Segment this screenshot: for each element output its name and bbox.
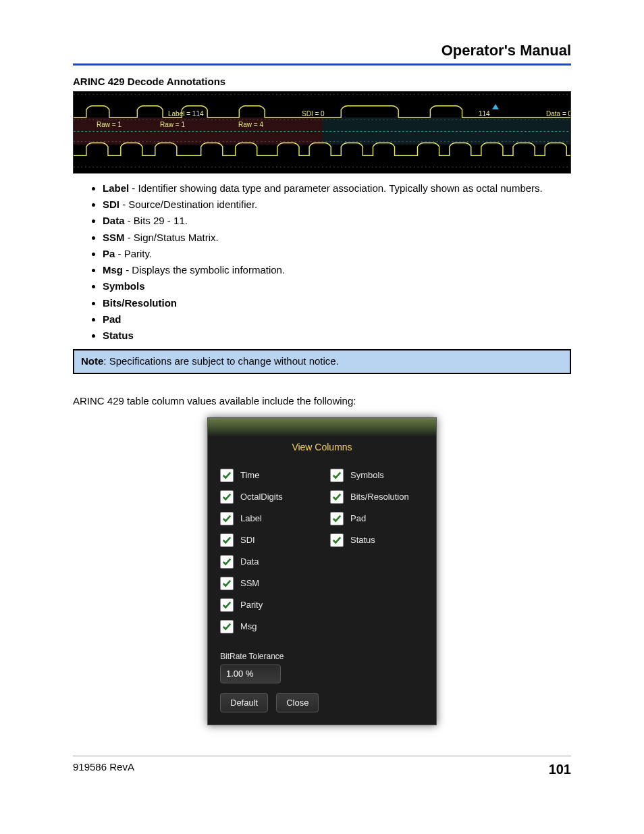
check-label: Label — [240, 513, 262, 525]
check-label: Status — [350, 534, 375, 546]
bitrate-label: BitRate Tolerance — [220, 651, 424, 662]
checkbox-sdi[interactable] — [220, 533, 234, 547]
list-item: Pad — [103, 313, 571, 326]
scope-label-data: Data = 0xd068 — [546, 109, 571, 119]
check-row-octaldigits: OctalDigits — [220, 490, 314, 504]
check-label: Pad — [350, 513, 366, 525]
bullet-list: Label - Identifier showing data type and… — [103, 182, 571, 343]
checkbox-data[interactable] — [220, 555, 234, 569]
check-row-status: Status — [330, 533, 424, 547]
close-button[interactable]: Close — [276, 693, 319, 713]
list-item: Label - Identifier showing data type and… — [103, 182, 571, 195]
note-text: : Specifications are subject to change w… — [103, 355, 339, 367]
check-label: Time — [240, 469, 259, 481]
dialog-title: View Columns — [208, 437, 436, 461]
checkbox-status[interactable] — [330, 533, 344, 547]
checkbox-label[interactable] — [220, 512, 234, 525]
check-row-data: Data — [220, 555, 314, 569]
page-number: 101 — [549, 760, 571, 779]
scope-label-sdi: SDI = 0 — [302, 109, 325, 119]
check-row-symbols: Symbols — [330, 469, 424, 482]
checkbox-symbols[interactable] — [330, 469, 344, 482]
check-label: Data — [240, 556, 259, 568]
check-label: OctalDigits — [240, 491, 283, 503]
waveform-svg — [74, 92, 570, 170]
scope-label-field: Label = 114 — [168, 109, 204, 119]
checkbox-parity[interactable] — [220, 598, 234, 612]
default-button[interactable]: Default — [220, 693, 268, 713]
header-rule — [73, 63, 571, 66]
checkbox-bitsres[interactable] — [330, 490, 344, 504]
check-row-bitsres: Bits/Resolution — [330, 490, 424, 504]
dialog-titlebar — [208, 418, 436, 437]
check-label: Msg — [240, 621, 257, 633]
check-label: Bits/Resolution — [350, 491, 409, 503]
list-item: Msg - Displays the symbolic information. — [103, 263, 571, 277]
note-box: Note: Specifications are subject to chan… — [73, 349, 571, 373]
check-row-parity: Parity — [220, 598, 314, 612]
section-title: ARINC 429 Decode Annotations — [73, 75, 571, 88]
check-row-label: Label — [220, 512, 314, 525]
waveform-screenshot: Label = 114 SDI = 0 114 Data = 0xd068 Ra… — [73, 91, 571, 174]
list-item: SDI - Source/Destination identifier. — [103, 198, 571, 211]
check-row-ssm: SSM — [220, 577, 314, 590]
list-item: Status — [103, 329, 571, 342]
check-row-sdi: SDI — [220, 533, 314, 547]
scope-label-raw1b: Raw = 1 — [160, 120, 185, 130]
checkbox-ssm[interactable] — [220, 577, 234, 590]
check-row-time: Time — [220, 469, 314, 482]
check-label: Symbols — [350, 469, 384, 481]
check-label: SDI — [240, 534, 255, 546]
view-columns-dialog: View Columns Time OctalDigits Label SDI — [207, 417, 437, 725]
footer-left: 919586 RevA — [73, 760, 134, 779]
list-item: Pa - Parity. — [103, 247, 571, 261]
note-prefix: Note — [81, 355, 103, 367]
dialog-left-column: Time OctalDigits Label SDI Data — [220, 461, 314, 642]
checkbox-octaldigits[interactable] — [220, 490, 234, 504]
check-row-pad: Pad — [330, 512, 424, 525]
checkbox-msg[interactable] — [220, 620, 234, 633]
list-item: Data - Bits 29 - 11. — [103, 214, 571, 228]
body-paragraph: ARINC 429 table column values available … — [73, 394, 571, 408]
scope-label-114: 114 — [479, 109, 490, 119]
dialog-right-column: Symbols Bits/Resolution Pad Status — [330, 461, 424, 642]
checkbox-pad[interactable] — [330, 512, 344, 525]
scope-label-raw4: Raw = 4 — [238, 120, 263, 130]
page-title: Operator's Manual — [73, 41, 571, 61]
check-label: SSM — [240, 577, 259, 590]
page-footer: 919586 RevA 101 — [73, 756, 571, 779]
checkbox-time[interactable] — [220, 469, 234, 482]
check-row-msg: Msg — [220, 620, 314, 633]
list-item: Symbols — [103, 280, 571, 293]
list-item: SSM - Sign/Status Matrix. — [103, 231, 571, 244]
page-header: Operator's Manual — [73, 41, 571, 66]
scope-label-raw1a: Raw = 1 — [97, 120, 122, 130]
check-label: Parity — [240, 599, 263, 611]
list-item: Bits/Resolution — [103, 296, 571, 310]
bitrate-field[interactable]: 1.00 % — [220, 664, 281, 683]
